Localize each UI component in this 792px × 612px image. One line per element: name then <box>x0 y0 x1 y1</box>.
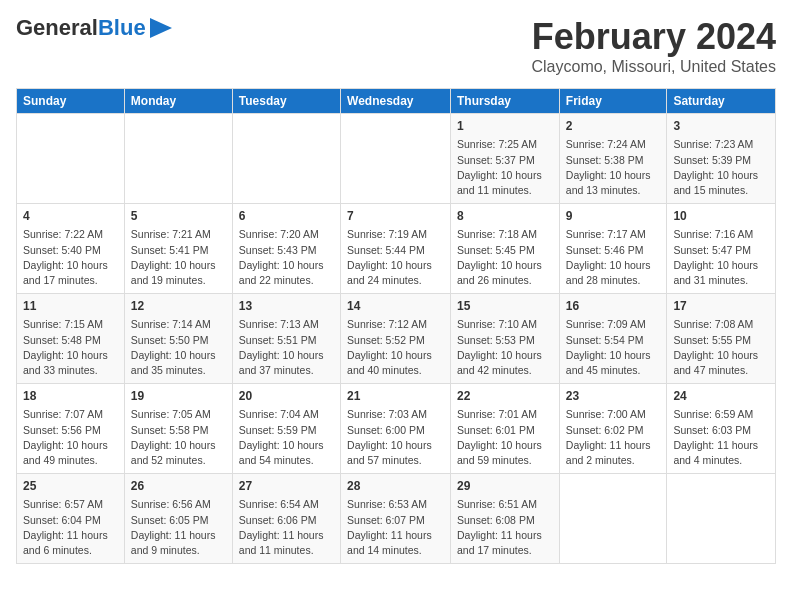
calendar-cell: 16Sunrise: 7:09 AM Sunset: 5:54 PM Dayli… <box>559 294 667 384</box>
calendar-cell: 22Sunrise: 7:01 AM Sunset: 6:01 PM Dayli… <box>451 384 560 474</box>
calendar-cell <box>17 114 125 204</box>
calendar-cell: 15Sunrise: 7:10 AM Sunset: 5:53 PM Dayli… <box>451 294 560 384</box>
day-info: Sunrise: 7:04 AM Sunset: 5:59 PM Dayligh… <box>239 407 334 468</box>
calendar-week-row: 1Sunrise: 7:25 AM Sunset: 5:37 PM Daylig… <box>17 114 776 204</box>
logo: GeneralBlue <box>16 16 172 40</box>
day-info: Sunrise: 7:23 AM Sunset: 5:39 PM Dayligh… <box>673 137 769 198</box>
day-number: 11 <box>23 298 118 315</box>
day-info: Sunrise: 7:25 AM Sunset: 5:37 PM Dayligh… <box>457 137 553 198</box>
day-number: 17 <box>673 298 769 315</box>
day-number: 26 <box>131 478 226 495</box>
day-header-saturday: Saturday <box>667 89 776 114</box>
day-info: Sunrise: 7:17 AM Sunset: 5:46 PM Dayligh… <box>566 227 661 288</box>
day-header-friday: Friday <box>559 89 667 114</box>
day-info: Sunrise: 7:10 AM Sunset: 5:53 PM Dayligh… <box>457 317 553 378</box>
calendar-week-row: 18Sunrise: 7:07 AM Sunset: 5:56 PM Dayli… <box>17 384 776 474</box>
day-number: 12 <box>131 298 226 315</box>
calendar-cell: 13Sunrise: 7:13 AM Sunset: 5:51 PM Dayli… <box>232 294 340 384</box>
calendar-cell: 29Sunrise: 6:51 AM Sunset: 6:08 PM Dayli… <box>451 474 560 564</box>
day-info: Sunrise: 7:15 AM Sunset: 5:48 PM Dayligh… <box>23 317 118 378</box>
calendar-cell: 9Sunrise: 7:17 AM Sunset: 5:46 PM Daylig… <box>559 204 667 294</box>
calendar-week-row: 4Sunrise: 7:22 AM Sunset: 5:40 PM Daylig… <box>17 204 776 294</box>
day-number: 21 <box>347 388 444 405</box>
calendar-cell: 10Sunrise: 7:16 AM Sunset: 5:47 PM Dayli… <box>667 204 776 294</box>
calendar-cell <box>667 474 776 564</box>
calendar-cell: 12Sunrise: 7:14 AM Sunset: 5:50 PM Dayli… <box>124 294 232 384</box>
day-number: 29 <box>457 478 553 495</box>
day-number: 24 <box>673 388 769 405</box>
day-info: Sunrise: 6:57 AM Sunset: 6:04 PM Dayligh… <box>23 497 118 558</box>
day-number: 25 <box>23 478 118 495</box>
day-number: 10 <box>673 208 769 225</box>
day-number: 5 <box>131 208 226 225</box>
calendar-cell: 27Sunrise: 6:54 AM Sunset: 6:06 PM Dayli… <box>232 474 340 564</box>
day-info: Sunrise: 7:07 AM Sunset: 5:56 PM Dayligh… <box>23 407 118 468</box>
day-info: Sunrise: 7:14 AM Sunset: 5:50 PM Dayligh… <box>131 317 226 378</box>
header: GeneralBlue February 2024 Claycomo, Miss… <box>16 16 776 76</box>
day-number: 1 <box>457 118 553 135</box>
calendar-cell: 26Sunrise: 6:56 AM Sunset: 6:05 PM Dayli… <box>124 474 232 564</box>
calendar-cell: 24Sunrise: 6:59 AM Sunset: 6:03 PM Dayli… <box>667 384 776 474</box>
day-info: Sunrise: 7:20 AM Sunset: 5:43 PM Dayligh… <box>239 227 334 288</box>
day-header-thursday: Thursday <box>451 89 560 114</box>
day-number: 22 <box>457 388 553 405</box>
calendar-cell: 5Sunrise: 7:21 AM Sunset: 5:41 PM Daylig… <box>124 204 232 294</box>
day-number: 2 <box>566 118 661 135</box>
day-info: Sunrise: 6:51 AM Sunset: 6:08 PM Dayligh… <box>457 497 553 558</box>
day-info: Sunrise: 7:13 AM Sunset: 5:51 PM Dayligh… <box>239 317 334 378</box>
day-number: 4 <box>23 208 118 225</box>
day-number: 27 <box>239 478 334 495</box>
day-number: 8 <box>457 208 553 225</box>
day-header-sunday: Sunday <box>17 89 125 114</box>
day-header-wednesday: Wednesday <box>341 89 451 114</box>
day-number: 15 <box>457 298 553 315</box>
calendar-cell: 17Sunrise: 7:08 AM Sunset: 5:55 PM Dayli… <box>667 294 776 384</box>
day-header-monday: Monday <box>124 89 232 114</box>
day-number: 19 <box>131 388 226 405</box>
calendar-cell: 7Sunrise: 7:19 AM Sunset: 5:44 PM Daylig… <box>341 204 451 294</box>
calendar-cell: 8Sunrise: 7:18 AM Sunset: 5:45 PM Daylig… <box>451 204 560 294</box>
calendar-cell: 25Sunrise: 6:57 AM Sunset: 6:04 PM Dayli… <box>17 474 125 564</box>
calendar-cell <box>232 114 340 204</box>
day-info: Sunrise: 6:59 AM Sunset: 6:03 PM Dayligh… <box>673 407 769 468</box>
day-number: 7 <box>347 208 444 225</box>
day-number: 28 <box>347 478 444 495</box>
day-info: Sunrise: 6:53 AM Sunset: 6:07 PM Dayligh… <box>347 497 444 558</box>
day-info: Sunrise: 7:01 AM Sunset: 6:01 PM Dayligh… <box>457 407 553 468</box>
day-number: 3 <box>673 118 769 135</box>
calendar-body: 1Sunrise: 7:25 AM Sunset: 5:37 PM Daylig… <box>17 114 776 564</box>
calendar-table: SundayMondayTuesdayWednesdayThursdayFrid… <box>16 88 776 564</box>
day-number: 14 <box>347 298 444 315</box>
day-number: 6 <box>239 208 334 225</box>
day-number: 13 <box>239 298 334 315</box>
day-info: Sunrise: 7:00 AM Sunset: 6:02 PM Dayligh… <box>566 407 661 468</box>
day-number: 23 <box>566 388 661 405</box>
day-number: 16 <box>566 298 661 315</box>
day-info: Sunrise: 7:21 AM Sunset: 5:41 PM Dayligh… <box>131 227 226 288</box>
day-info: Sunrise: 7:09 AM Sunset: 5:54 PM Dayligh… <box>566 317 661 378</box>
day-header-tuesday: Tuesday <box>232 89 340 114</box>
calendar-cell: 2Sunrise: 7:24 AM Sunset: 5:38 PM Daylig… <box>559 114 667 204</box>
day-info: Sunrise: 7:03 AM Sunset: 6:00 PM Dayligh… <box>347 407 444 468</box>
day-number: 18 <box>23 388 118 405</box>
calendar-header-row: SundayMondayTuesdayWednesdayThursdayFrid… <box>17 89 776 114</box>
calendar-cell: 23Sunrise: 7:00 AM Sunset: 6:02 PM Dayli… <box>559 384 667 474</box>
calendar-cell: 6Sunrise: 7:20 AM Sunset: 5:43 PM Daylig… <box>232 204 340 294</box>
logo-text: GeneralBlue <box>16 16 146 40</box>
month-title: February 2024 <box>531 16 776 58</box>
location-title: Claycomo, Missouri, United States <box>531 58 776 76</box>
day-number: 20 <box>239 388 334 405</box>
day-info: Sunrise: 6:54 AM Sunset: 6:06 PM Dayligh… <box>239 497 334 558</box>
calendar-week-row: 11Sunrise: 7:15 AM Sunset: 5:48 PM Dayli… <box>17 294 776 384</box>
calendar-cell: 28Sunrise: 6:53 AM Sunset: 6:07 PM Dayli… <box>341 474 451 564</box>
calendar-cell: 18Sunrise: 7:07 AM Sunset: 5:56 PM Dayli… <box>17 384 125 474</box>
day-info: Sunrise: 7:08 AM Sunset: 5:55 PM Dayligh… <box>673 317 769 378</box>
day-info: Sunrise: 7:19 AM Sunset: 5:44 PM Dayligh… <box>347 227 444 288</box>
calendar-cell: 14Sunrise: 7:12 AM Sunset: 5:52 PM Dayli… <box>341 294 451 384</box>
calendar-cell: 3Sunrise: 7:23 AM Sunset: 5:39 PM Daylig… <box>667 114 776 204</box>
calendar-cell: 11Sunrise: 7:15 AM Sunset: 5:48 PM Dayli… <box>17 294 125 384</box>
calendar-cell <box>559 474 667 564</box>
calendar-cell: 19Sunrise: 7:05 AM Sunset: 5:58 PM Dayli… <box>124 384 232 474</box>
calendar-cell: 4Sunrise: 7:22 AM Sunset: 5:40 PM Daylig… <box>17 204 125 294</box>
calendar-cell <box>124 114 232 204</box>
